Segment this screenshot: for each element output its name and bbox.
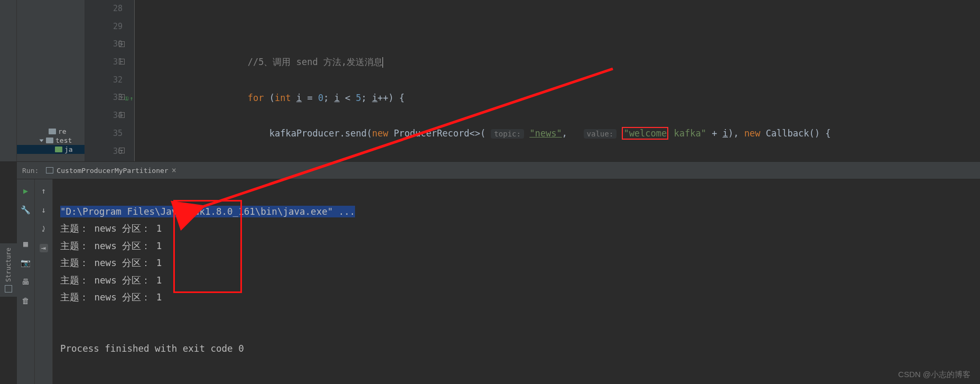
fold-toggle[interactable]: − [119,59,125,65]
folder-icon [55,147,62,152]
up-arrow-icon[interactable]: ↑ [40,187,48,195]
rerun-icon[interactable]: ▶ [22,187,30,195]
down-arrow-icon[interactable]: ↓ [40,206,48,214]
line-number: 33①↑ [85,89,123,107]
left-tool-strip [0,0,17,161]
node-label: ja [64,145,73,153]
line-number: 30 [85,35,123,53]
structure-tool-window-tab[interactable]: Structure [0,243,17,297]
printer-icon[interactable]: 🖶 [22,278,30,286]
scroll-end-icon[interactable]: ⇥ [40,244,48,252]
param-hint: topic: [491,129,524,139]
fold-toggle[interactable]: − [119,112,125,118]
folder-icon [49,129,56,134]
code-line[interactable]: kafkaProducer.send(new ProducerRecord<>(… [161,125,980,143]
line-number: 29 [85,18,123,36]
run-tool-window: ▶ 🔧 ▦ 📷 🖶 🗑 ↑ ↓ ⤸ ⇥ "D:\Program Files\Ja… [17,179,980,384]
output-line: 主题： news 分区： 1 [60,237,980,255]
camera-icon[interactable]: 📷 [22,259,30,267]
output-line: 主题： news 分区： 1 [60,272,980,289]
line-number: 35 [85,125,123,143]
line-number: 36 [85,143,123,161]
fold-toggle[interactable]: − [119,94,125,100]
watermark: CSDN @小志的博客 [898,370,970,380]
line-number: 31 [85,53,123,71]
code-line[interactable]: for (int i = 0; i < 5; i++) { [161,89,980,107]
code-editor[interactable]: //5、调用 send 方法,发送消息 for (int i = 0; i < … [135,0,980,161]
console-output[interactable]: "D:\Program Files\Java\jdk1.8.0_161\bin\… [53,179,980,384]
line-number: 34 [85,107,123,125]
wrap-icon[interactable]: ⤸ [40,225,48,233]
output-line: 主题： news 分区： 1 [60,289,980,306]
override-up-icon[interactable]: ①↑ [124,90,133,108]
tree-node[interactable]: ja [17,145,85,154]
fold-toggle[interactable]: − [119,148,125,153]
run-tab-title: CustomProducerMyPartitioner [57,167,168,175]
wrench-icon[interactable]: 🔧 [22,206,30,214]
run-toolbar-secondary: ↑ ↓ ⤸ ⇥ [35,179,53,384]
exit-code-line: Process finished with exit code 0 [60,340,980,358]
project-tree[interactable]: re test ja [17,0,85,161]
line-number: 28 [85,0,123,18]
tree-node[interactable]: test [17,136,85,145]
node-label: re [58,127,67,135]
run-toolbar-primary: ▶ 🔧 ▦ 📷 🖶 🗑 [17,179,35,384]
trash-icon[interactable]: 🗑 [22,297,30,305]
highlighted-welcome: "welcome [622,127,668,140]
node-label: test [55,136,72,144]
param-hint: value: [584,129,617,139]
close-icon[interactable]: × [172,166,176,175]
code-line[interactable]: //5、调用 send 方法,发送消息 [161,53,980,71]
folder-icon [46,138,53,143]
layout-icon[interactable]: ▦ [22,240,30,248]
fold-toggle[interactable]: − [119,41,125,47]
structure-tab-label: Structure [5,248,12,282]
editor-gutter[interactable]: 28 29 30 31 32 33①↑ 34 35 36 37 [85,0,135,161]
run-tool-header: Run: CustomProducerMyPartitioner × [17,161,980,179]
command-line: "D:\Program Files\Java\jdk1.8.0_161\bin\… [60,206,355,217]
tree-node[interactable]: re [17,127,85,136]
output-line: 主题： news 分区： 1 [60,254,980,272]
run-label: Run: [22,167,39,175]
text-cursor [382,57,383,68]
chevron-down-icon[interactable] [40,139,44,142]
run-tab[interactable]: CustomProducerMyPartitioner × [44,164,178,177]
app-icon [46,167,53,173]
output-line: 主题： news 分区： 1 [60,220,980,237]
code-line[interactable] [161,18,980,36]
line-number: 32 [85,71,123,89]
